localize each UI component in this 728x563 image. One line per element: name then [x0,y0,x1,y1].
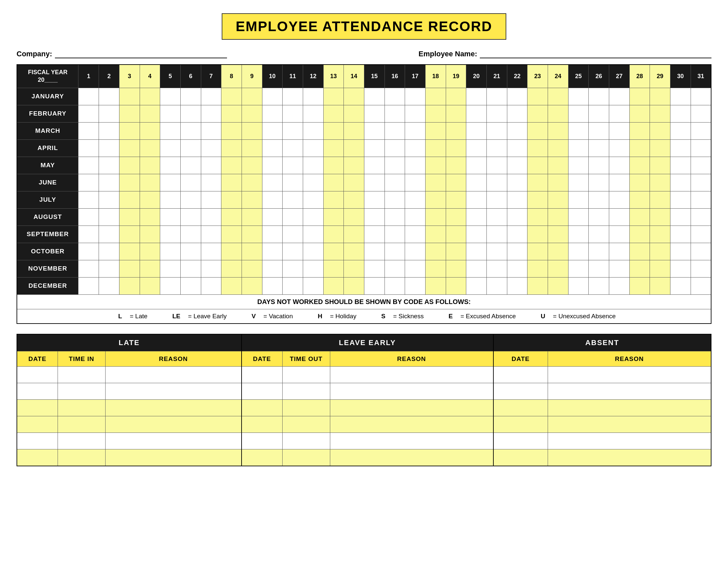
cell-march-day-11[interactable] [283,122,303,139]
cell-june-day-9[interactable] [242,174,262,191]
cell-november-day-23[interactable] [527,260,548,277]
cell-january-day-1[interactable] [78,88,99,105]
cell-january-day-21[interactable] [486,88,507,105]
cell-september-day-16[interactable] [385,225,405,243]
cell-june-day-12[interactable] [303,174,323,191]
cell-september-day-2[interactable] [99,225,119,243]
cell-october-day-1[interactable] [78,243,99,260]
late-date-row3[interactable] [17,400,58,416]
cell-february-day-12[interactable] [303,105,323,122]
cell-april-day-9[interactable] [242,139,262,157]
cell-november-day-8[interactable] [221,260,242,277]
cell-january-day-11[interactable] [283,88,303,105]
cell-january-day-29[interactable] [650,88,670,105]
leave-early-reason-row6[interactable] [330,449,493,466]
cell-december-day-27[interactable] [609,277,629,295]
leave-early-time-out-row2[interactable] [282,383,330,400]
cell-march-day-23[interactable] [527,122,548,139]
cell-october-day-2[interactable] [99,243,119,260]
cell-may-day-6[interactable] [180,157,201,174]
cell-july-day-26[interactable] [589,191,609,208]
cell-december-day-26[interactable] [589,277,609,295]
cell-february-day-29[interactable] [650,105,670,122]
cell-december-day-23[interactable] [527,277,548,295]
cell-march-day-12[interactable] [303,122,323,139]
cell-august-day-2[interactable] [99,208,119,225]
cell-november-day-22[interactable] [507,260,527,277]
cell-february-day-6[interactable] [180,105,201,122]
cell-july-day-30[interactable] [670,191,691,208]
cell-february-day-2[interactable] [99,105,119,122]
cell-february-day-8[interactable] [221,105,242,122]
cell-march-day-14[interactable] [344,122,364,139]
cell-september-day-14[interactable] [344,225,364,243]
late-reason-row2[interactable] [105,383,241,400]
cell-march-day-30[interactable] [670,122,691,139]
cell-september-day-13[interactable] [323,225,344,243]
cell-october-day-25[interactable] [568,243,589,260]
cell-march-day-31[interactable] [691,122,711,139]
cell-december-day-13[interactable] [323,277,344,295]
cell-april-day-20[interactable] [466,139,487,157]
cell-december-day-1[interactable] [78,277,99,295]
cell-august-day-10[interactable] [262,208,283,225]
cell-may-day-14[interactable] [344,157,364,174]
cell-march-day-7[interactable] [201,122,221,139]
cell-april-day-27[interactable] [609,139,629,157]
cell-april-day-4[interactable] [140,139,160,157]
leave-early-reason-row1[interactable] [330,367,493,383]
cell-march-day-10[interactable] [262,122,283,139]
cell-september-day-4[interactable] [140,225,160,243]
cell-october-day-6[interactable] [180,243,201,260]
cell-may-day-31[interactable] [691,157,711,174]
cell-december-day-12[interactable] [303,277,323,295]
cell-december-day-24[interactable] [548,277,568,295]
cell-november-day-27[interactable] [609,260,629,277]
cell-june-day-17[interactable] [405,174,426,191]
cell-january-day-3[interactable] [119,88,140,105]
cell-october-day-19[interactable] [446,243,466,260]
cell-july-day-1[interactable] [78,191,99,208]
cell-june-day-1[interactable] [78,174,99,191]
cell-june-day-27[interactable] [609,174,629,191]
cell-february-day-19[interactable] [446,105,466,122]
cell-september-day-7[interactable] [201,225,221,243]
cell-december-day-8[interactable] [221,277,242,295]
cell-july-day-25[interactable] [568,191,589,208]
late-date-row2[interactable] [17,383,58,400]
cell-december-day-28[interactable] [629,277,650,295]
cell-september-day-22[interactable] [507,225,527,243]
cell-december-day-17[interactable] [405,277,426,295]
cell-june-day-2[interactable] [99,174,119,191]
cell-october-day-16[interactable] [385,243,405,260]
cell-february-day-25[interactable] [568,105,589,122]
absent-reason-row1[interactable] [548,367,711,383]
cell-october-day-31[interactable] [691,243,711,260]
cell-january-day-16[interactable] [385,88,405,105]
cell-march-day-29[interactable] [650,122,670,139]
cell-july-day-24[interactable] [548,191,568,208]
cell-february-day-4[interactable] [140,105,160,122]
cell-april-day-2[interactable] [99,139,119,157]
cell-september-day-30[interactable] [670,225,691,243]
cell-april-day-6[interactable] [180,139,201,157]
cell-january-day-14[interactable] [344,88,364,105]
leave-early-date-row5[interactable] [242,433,282,449]
cell-july-day-8[interactable] [221,191,242,208]
cell-march-day-8[interactable] [221,122,242,139]
cell-june-day-28[interactable] [629,174,650,191]
cell-november-day-3[interactable] [119,260,140,277]
cell-december-day-14[interactable] [344,277,364,295]
leave-early-reason-row4[interactable] [330,416,493,433]
cell-february-day-27[interactable] [609,105,629,122]
cell-may-day-22[interactable] [507,157,527,174]
cell-august-day-29[interactable] [650,208,670,225]
cell-june-day-15[interactable] [364,174,385,191]
cell-september-day-21[interactable] [486,225,507,243]
cell-july-day-31[interactable] [691,191,711,208]
cell-january-day-9[interactable] [242,88,262,105]
cell-june-day-13[interactable] [323,174,344,191]
cell-july-day-28[interactable] [629,191,650,208]
cell-july-day-10[interactable] [262,191,283,208]
cell-may-day-7[interactable] [201,157,221,174]
